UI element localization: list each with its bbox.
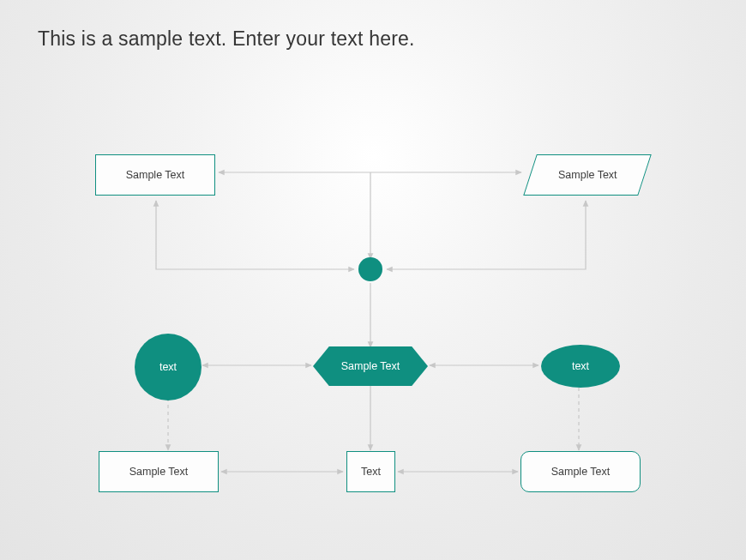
node-square-bottom-mid: Text (346, 451, 395, 492)
node-label: Text (361, 466, 381, 478)
node-label: Sample Text (129, 466, 189, 478)
node-rect-bottom-left: Sample Text (99, 451, 219, 492)
node-label: Sample Text (558, 169, 617, 181)
node-rect-top-left: Sample Text (95, 154, 215, 196)
diagram-canvas: Sample Text Sample Text text Sample Text… (0, 0, 746, 560)
node-label: Sample Text (126, 169, 185, 181)
node-label: text (572, 360, 589, 372)
node-ellipse-right: text (541, 345, 620, 388)
node-hexagon-center: Sample Text (313, 346, 428, 386)
node-label: Sample Text (551, 466, 611, 478)
node-rounded-bottom-right: Sample Text (520, 451, 641, 492)
connector-topleft-to-dot (156, 201, 354, 269)
node-label: Sample Text (341, 360, 400, 372)
node-circle-left: text (135, 334, 202, 400)
node-label: text (159, 361, 177, 373)
node-parallelogram-top-right: Sample Text (523, 154, 652, 196)
connector-topright-to-dot (387, 201, 586, 269)
node-dot-center (358, 257, 382, 281)
